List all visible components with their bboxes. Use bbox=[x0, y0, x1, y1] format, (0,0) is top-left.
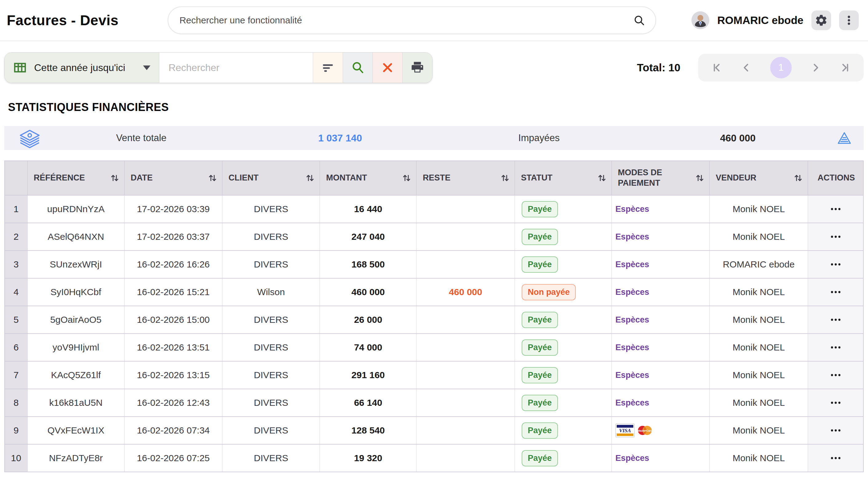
sort-icon[interactable] bbox=[305, 173, 315, 183]
clear-button[interactable] bbox=[372, 53, 402, 83]
current-page[interactable]: 1 bbox=[770, 57, 792, 78]
prev-page-button[interactable] bbox=[741, 62, 752, 73]
table-row[interactable]: 1 upuRDNnYzA 17-02-2026 03:39 DIVERS 16 … bbox=[5, 195, 863, 223]
table-row[interactable]: 6 yoV9HIjvml 16-02-2026 13:51 DIVERS 74 … bbox=[5, 333, 863, 361]
table-row[interactable]: 5 5gOairAoO5 16-02-2026 15:00 DIVERS 26 … bbox=[5, 306, 863, 333]
cell-reference: ASelQ64NXN bbox=[27, 223, 124, 251]
table-header-row: RÉFÉRENCEDATECLIENTMONTANTRESTESTATUTMOD… bbox=[5, 161, 863, 195]
table-row[interactable]: 2 ASelQ64NXN 17-02-2026 03:37 DIVERS 247… bbox=[5, 223, 863, 251]
row-actions-icon[interactable] bbox=[810, 207, 861, 211]
table-search-field bbox=[159, 53, 313, 83]
row-actions-icon[interactable] bbox=[810, 401, 861, 405]
row-actions-icon[interactable] bbox=[810, 456, 861, 460]
cell-vendeur: Monik NOEL bbox=[710, 361, 808, 389]
cell-reste bbox=[416, 389, 515, 417]
column-header-date[interactable]: DATE bbox=[124, 161, 222, 195]
cell-reference: SUnzexWRjI bbox=[27, 251, 124, 278]
cell-client: DIVERS bbox=[222, 417, 319, 444]
cell-statut: Payée bbox=[515, 195, 612, 223]
first-page-button[interactable] bbox=[711, 62, 722, 73]
print-button[interactable] bbox=[402, 53, 432, 83]
cell-client: DIVERS bbox=[222, 444, 319, 472]
table-row[interactable]: 10 NFzADTyE8r 16-02-2026 07:25 DIVERS 19… bbox=[5, 444, 863, 472]
column-header-montant[interactable]: MONTANT bbox=[320, 161, 416, 195]
visa-card-icon: VISA bbox=[616, 424, 634, 437]
cell-montant: 66 140 bbox=[320, 389, 416, 417]
next-page-button[interactable] bbox=[810, 62, 821, 73]
column-header-client[interactable]: CLIENT bbox=[222, 161, 319, 195]
column-header-paiement[interactable]: MODES DE PAIEMENT bbox=[612, 161, 709, 195]
pagination: 1 bbox=[698, 54, 864, 82]
svg-text:MasterCard: MasterCard bbox=[637, 429, 653, 432]
settings-button[interactable] bbox=[811, 10, 831, 30]
cell-date: 17-02-2026 03:39 bbox=[124, 195, 222, 223]
row-actions-icon[interactable] bbox=[810, 318, 861, 322]
global-search-input[interactable] bbox=[179, 15, 633, 26]
table-row[interactable]: 4 SyI0HqKCbf 16-02-2026 15:21 Wilson 460… bbox=[5, 278, 863, 306]
caret-down-icon bbox=[143, 65, 150, 70]
cell-actions bbox=[808, 389, 863, 417]
search-icon[interactable] bbox=[633, 14, 645, 26]
column-label: RESTE bbox=[423, 173, 450, 183]
cell-reste bbox=[416, 223, 515, 251]
row-actions-icon[interactable] bbox=[810, 428, 861, 433]
column-header-reste[interactable]: RESTE bbox=[416, 161, 515, 195]
cell-paiement: Espèces bbox=[612, 278, 709, 306]
sort-icon[interactable] bbox=[208, 173, 217, 183]
cell-statut: Payée bbox=[515, 444, 612, 472]
cell-reference: NFzADTyE8r bbox=[27, 444, 124, 472]
status-badge: Non payée bbox=[522, 284, 576, 300]
table-row[interactable]: 8 k16k81aU5N 16-02-2026 12:43 DIVERS 66 … bbox=[5, 389, 863, 417]
mastercard-icon: MasterCard bbox=[636, 424, 654, 437]
cell-montant: 460 000 bbox=[320, 278, 416, 306]
cell-statut: Payée bbox=[515, 361, 612, 389]
row-actions-icon[interactable] bbox=[810, 234, 861, 239]
sort-icon[interactable] bbox=[500, 173, 510, 183]
sort-icon[interactable] bbox=[695, 173, 704, 183]
table-row[interactable]: 9 QVxFEcW1IX 16-02-2026 07:34 DIVERS 128… bbox=[5, 417, 863, 444]
avatar[interactable] bbox=[691, 11, 709, 29]
filter-button[interactable] bbox=[313, 53, 343, 83]
more-menu-button[interactable] bbox=[839, 10, 859, 30]
cell-row-number: 8 bbox=[5, 389, 27, 417]
period-dropdown[interactable]: Cette année jusqu'ici bbox=[5, 53, 159, 83]
stats-heading: STATISTIQUES FINANCIÈRES bbox=[8, 101, 868, 114]
status-badge: Payée bbox=[522, 395, 558, 411]
cell-reste bbox=[416, 251, 515, 278]
warning-triangle-icon[interactable] bbox=[837, 132, 851, 145]
period-dropdown-value: Cette année jusqu'ici bbox=[34, 62, 125, 73]
row-actions-icon[interactable] bbox=[810, 373, 861, 377]
cell-statut: Payée bbox=[515, 333, 612, 361]
column-header-reference[interactable]: RÉFÉRENCE bbox=[27, 161, 124, 195]
cell-client: DIVERS bbox=[222, 389, 319, 417]
row-actions-icon[interactable] bbox=[810, 262, 861, 266]
table-row[interactable]: 7 KAcQ5Z61lf 16-02-2026 13:15 DIVERS 291… bbox=[5, 361, 863, 389]
column-header-vendeur[interactable]: VENDEUR bbox=[710, 161, 808, 195]
cell-vendeur: Monik NOEL bbox=[710, 195, 808, 223]
column-label: ACTIONS bbox=[817, 173, 855, 183]
table-search-input[interactable] bbox=[159, 62, 313, 73]
card-logos: VISAMasterCard bbox=[616, 424, 707, 437]
column-header-statut[interactable]: STATUT bbox=[515, 161, 612, 195]
user-cluster: ROMARIC ebode bbox=[691, 10, 859, 30]
row-actions-icon[interactable] bbox=[810, 290, 861, 294]
stat-value-vente-totale[interactable]: 1 037 140 bbox=[241, 132, 440, 144]
column-header-index bbox=[5, 161, 27, 195]
cell-vendeur: Monik NOEL bbox=[710, 444, 808, 472]
search-button[interactable] bbox=[343, 53, 372, 83]
last-page-button[interactable] bbox=[840, 62, 851, 73]
table-row[interactable]: 3 SUnzexWRjI 16-02-2026 16:26 DIVERS 168… bbox=[5, 251, 863, 278]
sort-icon[interactable] bbox=[402, 173, 411, 183]
search-green-icon bbox=[351, 61, 365, 75]
cell-client: DIVERS bbox=[222, 361, 319, 389]
cell-statut: Non payée bbox=[515, 278, 612, 306]
sort-icon[interactable] bbox=[110, 173, 119, 183]
cell-actions bbox=[808, 333, 863, 361]
invoices-table: RÉFÉRENCEDATECLIENTMONTANTRESTESTATUTMOD… bbox=[4, 160, 864, 472]
cell-actions bbox=[808, 444, 863, 472]
filter-bar: Cette année jusqu'ici bbox=[4, 52, 864, 83]
cell-date: 16-02-2026 15:00 bbox=[124, 306, 222, 333]
sort-icon[interactable] bbox=[597, 173, 607, 183]
row-actions-icon[interactable] bbox=[810, 345, 861, 350]
sort-icon[interactable] bbox=[794, 173, 803, 183]
